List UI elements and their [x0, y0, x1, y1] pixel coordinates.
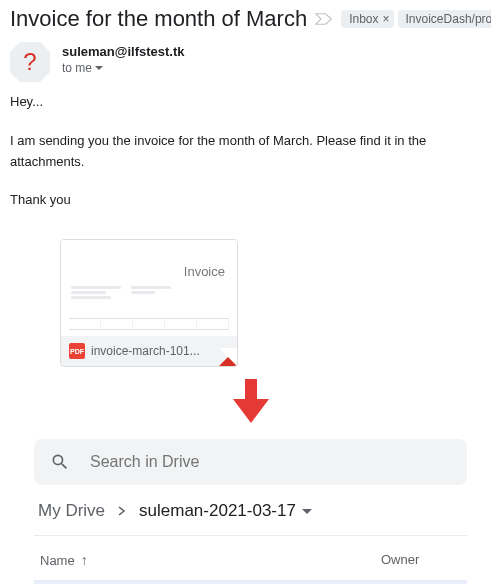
search-input[interactable]	[88, 452, 451, 472]
body-line: I am sending you the invoice for the mon…	[10, 131, 491, 173]
file-list-header: Name ↑ Owner	[34, 536, 467, 581]
preview-title: Invoice	[184, 264, 225, 279]
search-icon	[50, 452, 70, 472]
chevron-down-icon	[95, 66, 103, 70]
email-body: Hey... I am sending you the invoice for …	[0, 88, 501, 233]
annotation-arrow	[0, 377, 501, 425]
body-line: Hey...	[10, 92, 491, 113]
close-icon[interactable]: ×	[383, 12, 390, 26]
attachment-preview: Invoice	[61, 240, 237, 336]
chevron-right-icon	[117, 506, 127, 516]
sort-ascending-icon: ↑	[81, 552, 88, 568]
label-container: Inbox × InvoiceDash/pro	[341, 10, 491, 28]
sender-address[interactable]: suleman@ilfstest.tk	[62, 44, 185, 59]
column-name-label: Name	[40, 553, 75, 568]
breadcrumb-root[interactable]: My Drive	[38, 501, 105, 521]
label-invoicedash[interactable]: InvoiceDash/pro	[398, 10, 491, 28]
label-text: InvoiceDash/pro	[406, 12, 491, 26]
recipient-dropdown[interactable]: to me	[62, 61, 185, 75]
breadcrumb: My Drive suleman-2021-03-17	[34, 485, 467, 536]
chevron-down-icon	[302, 509, 312, 514]
drive-search-bar[interactable]	[34, 439, 467, 485]
pdf-icon: PDF	[69, 343, 85, 359]
breadcrumb-current[interactable]: suleman-2021-03-17	[139, 501, 312, 521]
avatar[interactable]: ?	[10, 42, 50, 82]
column-owner[interactable]: Owner	[381, 552, 461, 568]
attachment-card[interactable]: Invoice PDF invoice-march-101...	[60, 239, 238, 367]
column-name[interactable]: Name ↑	[40, 552, 381, 568]
important-marker-icon[interactable]	[315, 12, 333, 26]
body-line: Thank you	[10, 190, 491, 211]
breadcrumb-current-label: suleman-2021-03-17	[139, 501, 296, 521]
label-inbox[interactable]: Inbox ×	[341, 10, 393, 28]
arrow-down-icon	[231, 377, 271, 425]
label-text: Inbox	[349, 12, 378, 26]
email-subject: Invoice for the month of March	[10, 6, 307, 32]
save-to-drive-corner[interactable]	[219, 348, 237, 366]
attachment-filename: invoice-march-101...	[91, 344, 200, 358]
to-text: to me	[62, 61, 92, 75]
